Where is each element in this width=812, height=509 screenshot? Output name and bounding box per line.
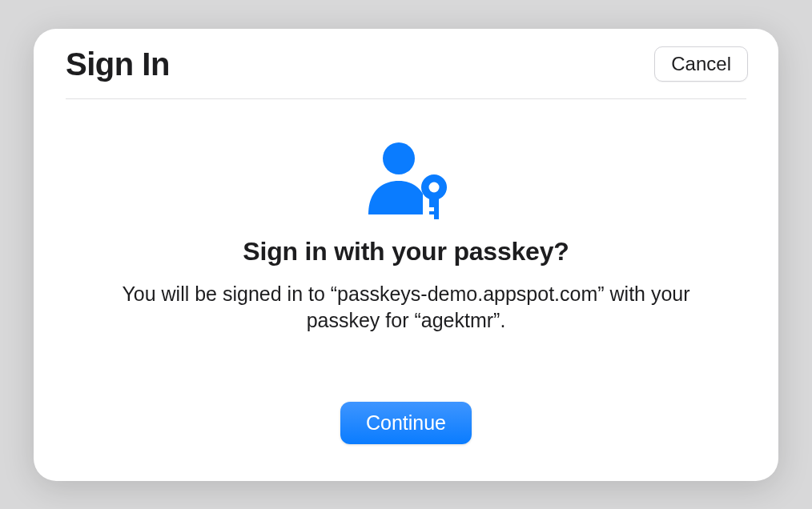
svg-rect-5 [429, 214, 434, 219]
dialog-header: Sign In Cancel [34, 29, 778, 98]
dialog-footer: Continue [34, 402, 778, 481]
passkey-user-icon [362, 141, 450, 221]
svg-point-0 [383, 142, 415, 174]
cancel-button[interactable]: Cancel [654, 46, 748, 82]
svg-point-2 [429, 182, 440, 192]
sign-in-dialog: Sign In Cancel Sign in with your passkey… [34, 29, 778, 481]
dialog-body: Sign in with your passkey? You will be s… [34, 99, 778, 402]
dialog-title: Sign In [66, 46, 170, 82]
continue-button[interactable]: Continue [340, 402, 472, 444]
svg-rect-4 [429, 207, 434, 211]
prompt-description: You will be signed in to “passkeys-demo.… [94, 281, 718, 335]
prompt-heading: Sign in with your passkey? [243, 237, 569, 267]
